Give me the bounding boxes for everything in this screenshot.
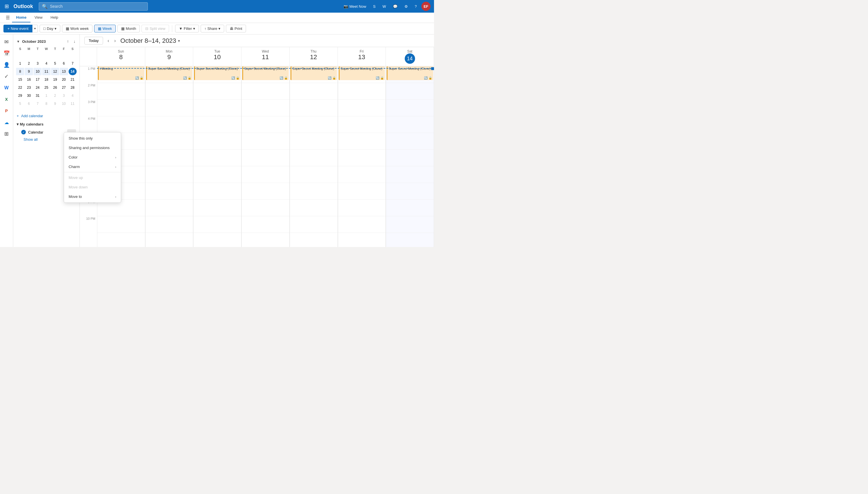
hour-cell[interactable] xyxy=(338,83,386,100)
hour-cell[interactable] xyxy=(194,133,241,150)
mini-cal-day[interactable]: 4 xyxy=(42,60,50,67)
hour-cell[interactable] xyxy=(97,216,145,233)
hour-cell[interactable] xyxy=(97,83,145,100)
ctx-move-to[interactable]: Move to › xyxy=(64,192,121,201)
mini-cal-day[interactable] xyxy=(51,52,59,59)
my-calendars-header[interactable]: ▾ My calendars xyxy=(13,120,79,128)
hour-cell[interactable] xyxy=(338,216,386,233)
settings-button[interactable]: ⚙ xyxy=(402,3,410,10)
mini-cal-day[interactable]: 17 xyxy=(34,76,42,83)
mini-cal-day[interactable]: 7 xyxy=(68,60,77,67)
hour-cell[interactable] xyxy=(290,100,338,116)
hour-cell[interactable] xyxy=(290,216,338,233)
hour-cell[interactable] xyxy=(145,216,193,233)
hour-cell[interactable] xyxy=(386,150,434,166)
mini-cal-day[interactable]: 6 xyxy=(25,100,33,108)
mini-cal-day[interactable]: 27 xyxy=(60,84,68,91)
prev-week-button[interactable]: ‹ xyxy=(105,37,111,44)
hour-cell[interactable] xyxy=(290,116,338,133)
share-button[interactable]: ↑ Share ▾ xyxy=(201,25,224,33)
mini-cal-day[interactable]: 20 xyxy=(60,76,68,83)
mini-cal-day[interactable]: 11 xyxy=(68,100,77,108)
sidebar-icon-apps[interactable]: ⊞ xyxy=(1,129,12,139)
mini-cal-day[interactable]: 13 xyxy=(60,68,68,75)
hour-cell[interactable] xyxy=(242,183,289,200)
hour-cell[interactable] xyxy=(242,166,289,183)
day-col-tue[interactable]: Super Secret Meeting (Clone) 🔄 🔒 xyxy=(193,66,241,247)
sidebar-icon-mail[interactable]: ✉ xyxy=(1,37,12,47)
ctx-sharing-permissions[interactable]: Sharing and permissions xyxy=(64,143,121,152)
tab-view[interactable]: View xyxy=(31,13,46,22)
mini-cal-day[interactable]: 9 xyxy=(25,68,33,75)
mini-cal-collapse[interactable]: ▾ xyxy=(16,38,21,45)
hour-cell[interactable] xyxy=(145,116,193,133)
hour-cell[interactable] xyxy=(194,116,241,133)
calendar-checkbox[interactable]: ✓ xyxy=(21,130,26,134)
sidebar-icon-powerpoint[interactable]: P xyxy=(1,106,12,116)
mini-cal-day[interactable] xyxy=(34,52,42,59)
hour-cell[interactable] xyxy=(338,200,386,216)
ctx-charm[interactable]: Charm › xyxy=(64,162,121,171)
filter-button[interactable]: ▼ Filter ▾ xyxy=(175,25,199,33)
mini-cal-day[interactable]: 3 xyxy=(60,92,68,99)
mini-cal-day[interactable]: 29 xyxy=(16,92,24,99)
meet-now-button[interactable]: 📷 Meet Now xyxy=(341,3,369,10)
day-button[interactable]: □ Day ▾ xyxy=(40,25,60,33)
mini-cal-day[interactable]: 2 xyxy=(51,92,59,99)
mini-cal-day[interactable]: 15 xyxy=(16,76,24,83)
hour-cell[interactable] xyxy=(338,100,386,116)
sidebar-icon-onedrive[interactable]: ☁ xyxy=(1,117,12,128)
mini-cal-day[interactable]: 9 xyxy=(51,100,59,108)
mini-cal-day[interactable]: 23 xyxy=(25,84,33,91)
hour-cell[interactable] xyxy=(194,166,241,183)
hour-cell[interactable] xyxy=(386,166,434,183)
ctx-color[interactable]: Color › xyxy=(64,152,121,162)
day-col-thu[interactable]: Super Secret Meeting (Clone) 🔄 🔒 xyxy=(290,66,338,247)
hour-cell[interactable] xyxy=(145,183,193,200)
mini-cal-day[interactable]: 4 xyxy=(68,92,77,99)
mini-cal-day[interactable]: 1 xyxy=(42,92,50,99)
apps-icon[interactable]: ⊞ xyxy=(3,2,10,11)
mini-cal-day[interactable]: 16 xyxy=(25,76,33,83)
hour-cell[interactable] xyxy=(145,150,193,166)
mini-cal-title[interactable]: October 2023 xyxy=(22,39,64,44)
mini-cal-day[interactable]: 14 xyxy=(68,68,77,75)
hour-cell[interactable] xyxy=(242,133,289,150)
today-button[interactable]: Today xyxy=(84,37,103,44)
hour-cell[interactable] xyxy=(194,83,241,100)
mini-cal-day[interactable] xyxy=(42,52,50,59)
mini-cal-day[interactable]: 21 xyxy=(68,76,77,83)
mini-cal-day[interactable] xyxy=(16,52,24,59)
mini-cal-day[interactable]: 18 xyxy=(42,76,50,83)
next-week-button[interactable]: › xyxy=(112,37,118,44)
search-input[interactable] xyxy=(50,4,145,8)
sidebar-icon-excel[interactable]: X xyxy=(1,94,12,104)
range-caret[interactable]: ▾ xyxy=(178,38,180,43)
mini-cal-prev[interactable]: ↑ xyxy=(65,38,71,45)
feedback-button[interactable]: 💬 xyxy=(391,3,400,10)
hour-cell[interactable] xyxy=(145,166,193,183)
mini-cal-day[interactable]: 6 xyxy=(60,60,68,67)
hour-cell[interactable] xyxy=(386,133,434,150)
mini-cal-day[interactable]: 26 xyxy=(51,84,59,91)
hour-cell[interactable] xyxy=(194,150,241,166)
hour-cell[interactable] xyxy=(194,183,241,200)
hour-cell[interactable] xyxy=(290,183,338,200)
mini-cal-day[interactable]: 28 xyxy=(68,84,77,91)
mini-cal-day[interactable] xyxy=(68,52,77,59)
hour-cell[interactable] xyxy=(338,133,386,150)
mini-cal-day[interactable] xyxy=(60,52,68,59)
mini-cal-next[interactable]: ↓ xyxy=(72,38,77,45)
hour-cell[interactable] xyxy=(242,216,289,233)
hour-cell[interactable] xyxy=(386,83,434,100)
mini-cal-day[interactable]: 5 xyxy=(51,60,59,67)
month-button[interactable]: ▦ Month xyxy=(117,25,140,33)
mini-cal-day[interactable]: 25 xyxy=(42,84,50,91)
mini-cal-day[interactable]: 24 xyxy=(34,84,42,91)
word-button[interactable]: W xyxy=(380,3,388,10)
mini-cal-day[interactable]: 2 xyxy=(25,60,33,67)
hour-cell[interactable] xyxy=(290,200,338,216)
hour-cell[interactable] xyxy=(145,100,193,116)
hour-cell[interactable] xyxy=(386,116,434,133)
new-event-button[interactable]: + New event xyxy=(3,25,33,33)
